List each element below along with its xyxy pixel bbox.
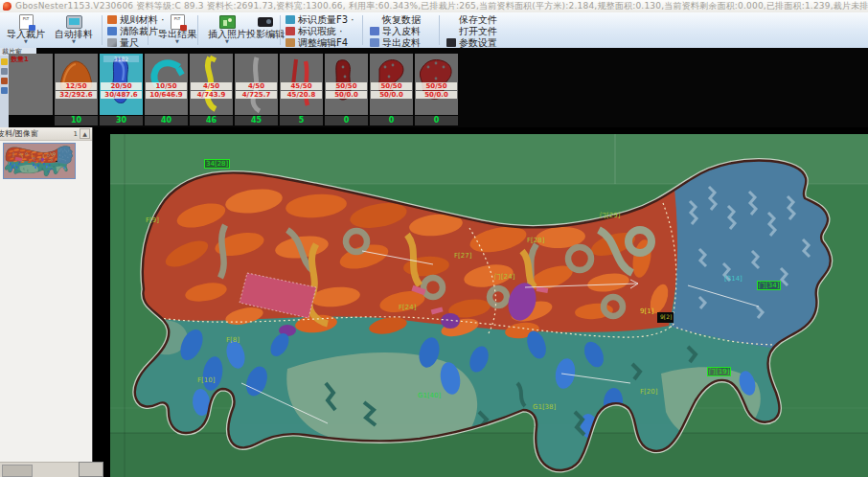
pieces-strip: 裁片窗 数量1 12/50 32/292.6 10 [0, 48, 868, 127]
piece-label: [314] [724, 275, 742, 283]
material-panel-header: 皮料/图像窗 1 ▲ [0, 127, 92, 141]
piece-label: F[8] [226, 336, 240, 344]
import-pieces-button[interactable]: 导入裁片 ▼ [2, 13, 50, 47]
toolbar-separator [148, 15, 148, 45]
piece-thumbnail[interactable]: 50/50 50/0.0 [370, 54, 413, 115]
gear-icon [446, 38, 456, 47]
restore-data-button[interactable]: 恢复数据 [370, 14, 421, 25]
toolbar-separator [102, 15, 103, 45]
list-icon[interactable] [1, 87, 8, 94]
save-file-button[interactable]: 保存文件 [446, 14, 497, 25]
piece-thumbnail[interactable]: 45/50 45/20.8 [280, 54, 323, 115]
strip-blank-cell: 数量1 [9, 54, 53, 115]
piece-count: 0 [415, 116, 458, 125]
piece-label: G1[38] [533, 403, 556, 411]
open-file-button[interactable]: 打开文件 [446, 26, 497, 36]
page-number: 1 [74, 130, 78, 138]
material-icon [107, 15, 117, 24]
stamp-icon[interactable] [1, 78, 8, 84]
export-doc-icon [153, 14, 201, 29]
auto-nest-button[interactable]: 自动排料 ▼ [50, 13, 98, 47]
piece-thumbnail[interactable]: 4/50 4/743.9 [190, 54, 233, 115]
piece-label: F[28] [527, 237, 544, 244]
piece-count: 10 [55, 116, 98, 125]
panel-title: 皮料/图像窗 [0, 128, 38, 139]
piece-count: 40 [145, 116, 188, 125]
nesting-canvas[interactable]: 34[28] F[9] 门[29] F[27] F[28] 门[24] F[8]… [93, 127, 868, 477]
toolbar-separator [362, 15, 363, 45]
data-tools-group: 恢复数据 导入皮料 导出皮料 [370, 14, 421, 49]
projection-edit-button[interactable]: 投影编辑 [241, 13, 289, 47]
piece-label: G1[40] [418, 392, 441, 399]
piece-label: 9[2] [660, 313, 672, 321]
batch-label: 数量1 [11, 55, 29, 64]
piece-label: F[10] [197, 376, 215, 384]
piece-count: 46 [190, 116, 233, 125]
wrench-icon [107, 38, 117, 47]
projector-icon [241, 14, 289, 29]
settings-button[interactable]: 参数设置 [446, 37, 497, 48]
piece-count: 0 [370, 116, 413, 125]
file-tools-group: 保存文件 打开文件 参数设置 [446, 14, 497, 49]
toolbar: 导入裁片 ▼ 自动排料 ▼ 规则材料 · 清除裁片 · 量尺 [0, 12, 868, 49]
piece-label: 9[1] [640, 307, 653, 315]
piece-thumbnail[interactable]: 50/50 50/0.0 [415, 54, 458, 115]
mark-quality-button[interactable]: 标识质量F3 · [286, 14, 354, 25]
export-leather-icon [370, 38, 379, 47]
eraser-icon [107, 27, 117, 35]
window-title: GbosNester1153.V230606 资料等级:C 89.3 资料长:2… [15, 0, 868, 12]
defect-flag-icon [286, 27, 295, 35]
piece-label: 门[19] [707, 367, 731, 376]
piece-label: F[27] [454, 252, 471, 260]
piece-label: F[20] [640, 388, 657, 396]
titlebar: GbosNester1153.V230606 资料等级:C 89.3 资料长:2… [0, 0, 868, 13]
piece-label: F[24] [399, 304, 416, 311]
collapse-button[interactable]: ▲ [80, 128, 90, 139]
app-window: GbosNester1153.V230606 资料等级:C 89.3 资料长:2… [0, 0, 868, 477]
hide-thumbnail[interactable] [3, 143, 76, 179]
import-leather-button[interactable]: 导入皮料 [370, 26, 421, 36]
piece-thumbnail[interactable]: 10/50 10/646.9 [145, 54, 188, 115]
hide-thumbnail-graphic [4, 144, 75, 178]
piece-count: 30 [100, 116, 143, 125]
nested-hide-graphic [93, 127, 868, 477]
export-result-button[interactable]: 导出结果 ▼ [153, 13, 201, 47]
piece-label: 门[29] [600, 212, 620, 219]
toolbar-separator [439, 15, 440, 45]
import-leather-icon [370, 27, 379, 35]
piece-count: 45 [235, 116, 278, 125]
piece-thumbnail[interactable]: 4/50 4/725.7 [235, 54, 278, 115]
quality-flag-icon [286, 15, 295, 24]
toolbar-separator [197, 15, 198, 45]
pencil-icon[interactable] [1, 58, 8, 65]
toolbar-separator [280, 15, 281, 45]
import-doc-icon [2, 14, 50, 29]
scrollbar-corner [79, 462, 103, 477]
mark-defect-button[interactable]: 标识瑕疵 · [286, 26, 354, 36]
export-leather-button[interactable]: 导出皮料 [370, 37, 421, 48]
app-logo-icon [3, 2, 11, 11]
strip-mini-toolbar [0, 56, 9, 127]
piece-count: 0 [325, 116, 368, 125]
piece-thumbnail[interactable]: 50/50 50/0.0 [325, 54, 368, 115]
grid-icon[interactable] [1, 68, 8, 75]
piece-label: F[9] [146, 216, 159, 224]
monitor-icon [50, 14, 98, 29]
piece-label: 门[24] [494, 273, 514, 281]
piece-label: 门[34] [757, 281, 781, 290]
piece-label: 34[28] [204, 159, 230, 169]
piece-thumbnail[interactable]: 12/50 32/292.6 [55, 54, 98, 115]
piece-thumbnail-selected[interactable]: 3182 20/50 30/487.6 [100, 54, 143, 115]
folder-edit-icon [286, 38, 295, 47]
mark-tools-group: 标识质量F3 · 标识瑕疵 · 调整编辑F4 [286, 14, 354, 49]
adjust-edit-button[interactable]: 调整编辑F4 [286, 37, 354, 48]
material-panel: 皮料/图像窗 1 ▲ [0, 127, 93, 477]
scrollbar-thumb[interactable] [2, 465, 33, 477]
piece-count: 5 [280, 116, 323, 125]
